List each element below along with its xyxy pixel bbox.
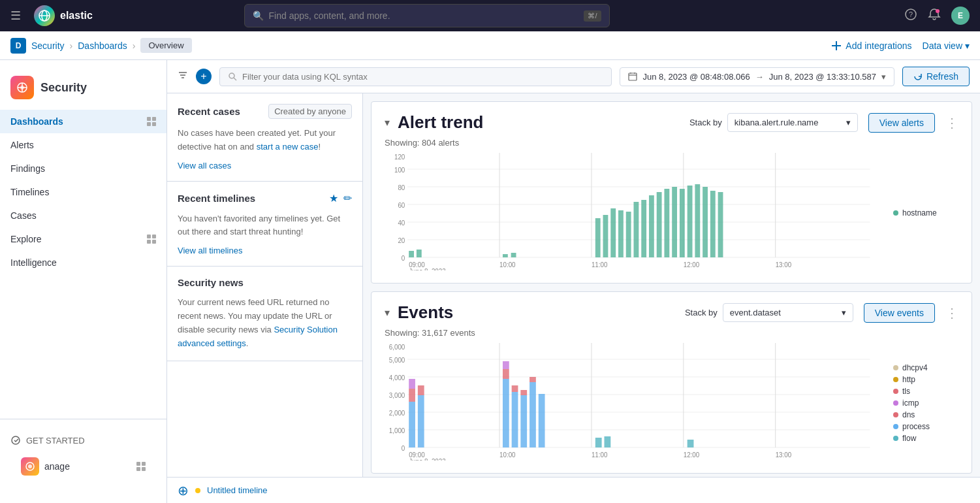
elastic-logo[interactable]: elastic: [34, 5, 93, 26]
events-stack-by: Stack by event.dataset ▾ View events: [685, 303, 935, 323]
svg-rect-52: [664, 189, 669, 257]
add-integrations-button[interactable]: Add integrations: [831, 41, 911, 51]
nav-icons: ? E: [904, 7, 970, 25]
alert-trend-stack-by-select[interactable]: kibana.alert.rule.name ▾: [727, 113, 858, 132]
alert-trend-more-icon[interactable]: ⋮: [945, 115, 958, 131]
svg-point-16: [229, 73, 234, 78]
get-started-button[interactable]: GET STARTED: [10, 430, 156, 451]
sidebar-item-findings[interactable]: Findings: [0, 157, 166, 180]
refresh-button[interactable]: Refresh: [902, 67, 970, 86]
svg-text:10:00: 10:00: [499, 261, 516, 268]
svg-point-9: [20, 86, 24, 89]
recent-cases-title: Recent cases: [178, 106, 240, 117]
legend-dot-flow: [893, 436, 898, 441]
events-collapse-icon[interactable]: ▾: [385, 306, 390, 319]
svg-rect-7: [832, 45, 841, 46]
legend-dot-process: [893, 424, 898, 429]
filter-toggle-icon[interactable]: [178, 70, 188, 83]
kql-input[interactable]: [242, 72, 603, 82]
svg-text:80: 80: [398, 184, 405, 191]
svg-rect-54: [680, 189, 685, 257]
svg-text:100: 100: [394, 167, 405, 174]
legend-dot-dns: [893, 412, 898, 417]
search-icon: 🔍: [253, 10, 264, 21]
svg-rect-94: [520, 390, 527, 395]
date-arrow-icon: →: [755, 72, 764, 82]
legend-label: process: [902, 422, 930, 431]
legend-label: icmp: [902, 398, 919, 408]
svg-rect-50: [649, 195, 654, 257]
content-area: + Jun 8, 2023 @ 08:48:08.066 → Jun 8, 20…: [167, 60, 980, 503]
legend-label: http: [902, 375, 915, 384]
recent-cases-header: Recent cases Created by anyone: [178, 104, 352, 119]
svg-text:June 8, 2023: June 8, 2023: [409, 268, 446, 270]
legend-label: tls: [902, 387, 910, 396]
chevron-down-icon: ▾: [881, 72, 886, 82]
breadcrumb-arrow-1: ›: [70, 41, 73, 51]
breadcrumb-dashboards[interactable]: Dashboards: [78, 41, 127, 51]
legend-item-process: process: [893, 422, 958, 431]
search-input[interactable]: [269, 10, 579, 21]
svg-text:13:00: 13:00: [776, 451, 792, 459]
svg-rect-88: [503, 379, 509, 447]
legend-item-icmp: icmp: [893, 398, 958, 408]
hamburger-menu[interactable]: ☰: [10, 8, 21, 23]
view-all-cases-link[interactable]: View all cases: [178, 161, 352, 170]
user-avatar[interactable]: E: [951, 7, 970, 25]
legend-dot-tls: [893, 389, 898, 394]
view-events-button[interactable]: View events: [864, 303, 935, 323]
help-icon[interactable]: ?: [904, 8, 917, 24]
create-timeline-icon[interactable]: ✏: [343, 192, 352, 204]
add-timeline-icon[interactable]: ⊕: [178, 483, 189, 498]
svg-point-5: [936, 9, 940, 13]
events-legend: dhcpv4 http tls: [893, 343, 958, 462]
events-stack-by-select[interactable]: event.dataset ▾: [723, 303, 853, 322]
sidebar-item-dashboards[interactable]: Dashboards: [0, 110, 166, 133]
sidebar-footer: GET STARTED anage: [0, 419, 166, 493]
sidebar-item-timelines[interactable]: Timelines: [0, 180, 166, 204]
events-more-icon[interactable]: ⋮: [945, 305, 958, 321]
untitled-timeline-link[interactable]: Untitled timeline: [207, 485, 268, 495]
sidebar-item-intelligence[interactable]: Intelligence: [0, 251, 166, 274]
kql-filter-input[interactable]: [219, 67, 612, 86]
main-layout: Security Dashboards Alerts Findings Time…: [0, 60, 980, 503]
alert-trend-title: Alert trend: [398, 112, 483, 133]
favorite-timeline-icon[interactable]: ★: [329, 192, 338, 204]
created-by-dropdown[interactable]: Created by anyone: [268, 104, 352, 119]
svg-text:40: 40: [398, 219, 405, 227]
date-from: Jun 8, 2023 @ 08:48:08.066: [642, 72, 750, 82]
svg-rect-46: [618, 210, 624, 257]
recent-timelines-header: Recent timelines ★ ✏: [178, 192, 352, 204]
legend-dot-icmp: [893, 400, 898, 406]
alert-trend-legend: hostname: [893, 153, 958, 272]
svg-rect-18: [629, 73, 637, 80]
recent-cases-section: Recent cases Created by anyone No cases …: [167, 93, 362, 182]
security-news-title: Security news: [178, 277, 244, 288]
svg-text:4,000: 4,000: [389, 374, 405, 381]
svg-rect-41: [503, 254, 508, 257]
svg-text:?: ?: [909, 10, 913, 18]
view-alerts-button[interactable]: View alerts: [868, 113, 935, 133]
svg-text:2,000: 2,000: [389, 410, 405, 417]
sidebar-item-label: Explore: [10, 234, 41, 244]
alert-trend-collapse-icon[interactable]: ▾: [385, 116, 390, 129]
elastic-logo-icon: [34, 5, 55, 26]
svg-rect-48: [634, 202, 639, 257]
data-view-button[interactable]: Data view ▾: [923, 41, 970, 51]
notifications-icon[interactable]: [928, 8, 941, 24]
sidebar-item-cases[interactable]: Cases: [0, 204, 166, 227]
view-all-timelines-link[interactable]: View all timelines: [178, 246, 352, 255]
sidebar-item-alerts[interactable]: Alerts: [0, 133, 166, 157]
sidebar-item-explore[interactable]: Explore: [0, 227, 166, 251]
breadcrumb-arrow-2: ›: [133, 41, 136, 51]
add-filter-button[interactable]: +: [196, 69, 212, 84]
breadcrumb-security[interactable]: Security: [31, 41, 65, 51]
sidebar-item-label: Timelines: [10, 187, 49, 197]
svg-point-12: [28, 464, 32, 468]
date-range-picker[interactable]: Jun 8, 2023 @ 08:48:08.066 → Jun 8, 2023…: [620, 67, 894, 86]
svg-text:0: 0: [402, 445, 405, 452]
sidebar-item-label: Intelligence: [10, 257, 57, 268]
start-new-case-link[interactable]: start a new case: [257, 142, 319, 152]
global-search-bar[interactable]: 🔍 ⌘/: [244, 4, 610, 27]
manage-item[interactable]: anage: [10, 451, 156, 482]
